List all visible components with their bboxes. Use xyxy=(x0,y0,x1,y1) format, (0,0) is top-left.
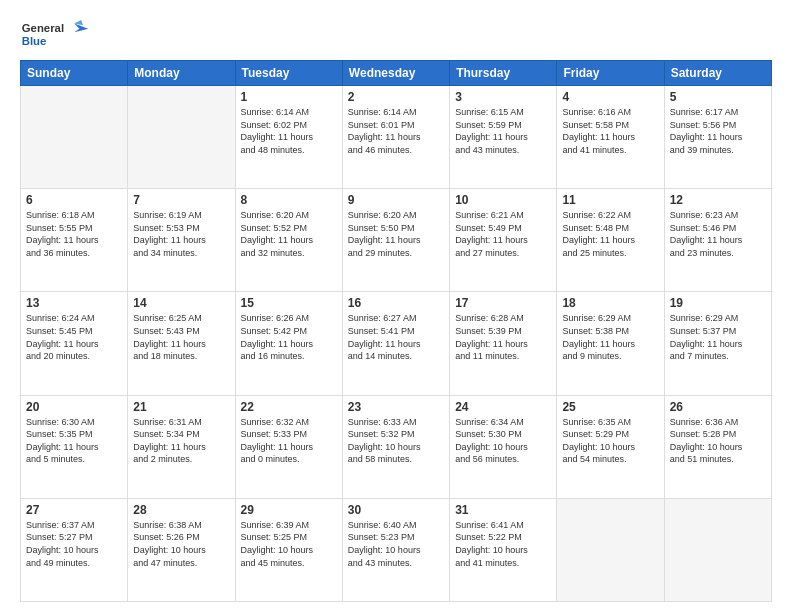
day-info: Sunrise: 6:38 AM Sunset: 5:26 PM Dayligh… xyxy=(133,519,229,569)
day-number: 8 xyxy=(241,193,337,207)
day-number: 4 xyxy=(562,90,658,104)
day-info: Sunrise: 6:19 AM Sunset: 5:53 PM Dayligh… xyxy=(133,209,229,259)
calendar-cell: 29Sunrise: 6:39 AM Sunset: 5:25 PM Dayli… xyxy=(235,498,342,601)
logo-icon: General Blue xyxy=(20,16,90,52)
day-number: 5 xyxy=(670,90,766,104)
day-number: 12 xyxy=(670,193,766,207)
day-number: 23 xyxy=(348,400,444,414)
day-number: 6 xyxy=(26,193,122,207)
calendar-week-2: 6Sunrise: 6:18 AM Sunset: 5:55 PM Daylig… xyxy=(21,189,772,292)
calendar-cell: 23Sunrise: 6:33 AM Sunset: 5:32 PM Dayli… xyxy=(342,395,449,498)
logo: General Blue xyxy=(20,16,90,52)
calendar-cell: 4Sunrise: 6:16 AM Sunset: 5:58 PM Daylig… xyxy=(557,86,664,189)
day-number: 3 xyxy=(455,90,551,104)
day-number: 22 xyxy=(241,400,337,414)
day-number: 29 xyxy=(241,503,337,517)
day-number: 13 xyxy=(26,296,122,310)
calendar-cell: 15Sunrise: 6:26 AM Sunset: 5:42 PM Dayli… xyxy=(235,292,342,395)
calendar-cell: 24Sunrise: 6:34 AM Sunset: 5:30 PM Dayli… xyxy=(450,395,557,498)
day-number: 2 xyxy=(348,90,444,104)
day-info: Sunrise: 6:27 AM Sunset: 5:41 PM Dayligh… xyxy=(348,312,444,362)
calendar-cell: 12Sunrise: 6:23 AM Sunset: 5:46 PM Dayli… xyxy=(664,189,771,292)
day-number: 9 xyxy=(348,193,444,207)
calendar-header-wednesday: Wednesday xyxy=(342,61,449,86)
day-number: 15 xyxy=(241,296,337,310)
day-info: Sunrise: 6:32 AM Sunset: 5:33 PM Dayligh… xyxy=(241,416,337,466)
calendar-week-1: 1Sunrise: 6:14 AM Sunset: 6:02 PM Daylig… xyxy=(21,86,772,189)
calendar-header-monday: Monday xyxy=(128,61,235,86)
day-number: 18 xyxy=(562,296,658,310)
day-info: Sunrise: 6:22 AM Sunset: 5:48 PM Dayligh… xyxy=(562,209,658,259)
calendar-cell: 31Sunrise: 6:41 AM Sunset: 5:22 PM Dayli… xyxy=(450,498,557,601)
day-info: Sunrise: 6:34 AM Sunset: 5:30 PM Dayligh… xyxy=(455,416,551,466)
day-info: Sunrise: 6:24 AM Sunset: 5:45 PM Dayligh… xyxy=(26,312,122,362)
calendar-cell: 28Sunrise: 6:38 AM Sunset: 5:26 PM Dayli… xyxy=(128,498,235,601)
day-number: 19 xyxy=(670,296,766,310)
calendar-cell: 30Sunrise: 6:40 AM Sunset: 5:23 PM Dayli… xyxy=(342,498,449,601)
calendar-cell: 3Sunrise: 6:15 AM Sunset: 5:59 PM Daylig… xyxy=(450,86,557,189)
calendar-cell: 17Sunrise: 6:28 AM Sunset: 5:39 PM Dayli… xyxy=(450,292,557,395)
day-number: 16 xyxy=(348,296,444,310)
calendar-cell: 10Sunrise: 6:21 AM Sunset: 5:49 PM Dayli… xyxy=(450,189,557,292)
calendar-header-saturday: Saturday xyxy=(664,61,771,86)
day-info: Sunrise: 6:25 AM Sunset: 5:43 PM Dayligh… xyxy=(133,312,229,362)
calendar-cell: 1Sunrise: 6:14 AM Sunset: 6:02 PM Daylig… xyxy=(235,86,342,189)
day-info: Sunrise: 6:17 AM Sunset: 5:56 PM Dayligh… xyxy=(670,106,766,156)
day-number: 24 xyxy=(455,400,551,414)
day-info: Sunrise: 6:37 AM Sunset: 5:27 PM Dayligh… xyxy=(26,519,122,569)
calendar-cell: 21Sunrise: 6:31 AM Sunset: 5:34 PM Dayli… xyxy=(128,395,235,498)
calendar-cell: 25Sunrise: 6:35 AM Sunset: 5:29 PM Dayli… xyxy=(557,395,664,498)
calendar-header-row: SundayMondayTuesdayWednesdayThursdayFrid… xyxy=(21,61,772,86)
page: General Blue SundayMondayTuesdayWednesda… xyxy=(0,0,792,612)
calendar-cell xyxy=(664,498,771,601)
header: General Blue xyxy=(20,16,772,52)
day-info: Sunrise: 6:15 AM Sunset: 5:59 PM Dayligh… xyxy=(455,106,551,156)
day-number: 10 xyxy=(455,193,551,207)
calendar-cell: 11Sunrise: 6:22 AM Sunset: 5:48 PM Dayli… xyxy=(557,189,664,292)
day-number: 27 xyxy=(26,503,122,517)
calendar-header-friday: Friday xyxy=(557,61,664,86)
calendar-cell: 6Sunrise: 6:18 AM Sunset: 5:55 PM Daylig… xyxy=(21,189,128,292)
calendar-cell xyxy=(128,86,235,189)
calendar-table: SundayMondayTuesdayWednesdayThursdayFrid… xyxy=(20,60,772,602)
calendar-week-5: 27Sunrise: 6:37 AM Sunset: 5:27 PM Dayli… xyxy=(21,498,772,601)
calendar-cell: 18Sunrise: 6:29 AM Sunset: 5:38 PM Dayli… xyxy=(557,292,664,395)
calendar-header-tuesday: Tuesday xyxy=(235,61,342,86)
svg-text:Blue: Blue xyxy=(22,35,47,47)
day-info: Sunrise: 6:20 AM Sunset: 5:52 PM Dayligh… xyxy=(241,209,337,259)
day-number: 7 xyxy=(133,193,229,207)
day-number: 21 xyxy=(133,400,229,414)
calendar-cell xyxy=(557,498,664,601)
day-number: 20 xyxy=(26,400,122,414)
day-info: Sunrise: 6:23 AM Sunset: 5:46 PM Dayligh… xyxy=(670,209,766,259)
day-number: 1 xyxy=(241,90,337,104)
day-info: Sunrise: 6:18 AM Sunset: 5:55 PM Dayligh… xyxy=(26,209,122,259)
day-number: 30 xyxy=(348,503,444,517)
day-info: Sunrise: 6:39 AM Sunset: 5:25 PM Dayligh… xyxy=(241,519,337,569)
day-info: Sunrise: 6:31 AM Sunset: 5:34 PM Dayligh… xyxy=(133,416,229,466)
day-info: Sunrise: 6:28 AM Sunset: 5:39 PM Dayligh… xyxy=(455,312,551,362)
day-info: Sunrise: 6:33 AM Sunset: 5:32 PM Dayligh… xyxy=(348,416,444,466)
day-info: Sunrise: 6:40 AM Sunset: 5:23 PM Dayligh… xyxy=(348,519,444,569)
day-number: 17 xyxy=(455,296,551,310)
calendar-cell: 2Sunrise: 6:14 AM Sunset: 6:01 PM Daylig… xyxy=(342,86,449,189)
calendar-week-4: 20Sunrise: 6:30 AM Sunset: 5:35 PM Dayli… xyxy=(21,395,772,498)
calendar-cell: 5Sunrise: 6:17 AM Sunset: 5:56 PM Daylig… xyxy=(664,86,771,189)
day-info: Sunrise: 6:21 AM Sunset: 5:49 PM Dayligh… xyxy=(455,209,551,259)
day-number: 31 xyxy=(455,503,551,517)
calendar-cell: 9Sunrise: 6:20 AM Sunset: 5:50 PM Daylig… xyxy=(342,189,449,292)
calendar-cell: 20Sunrise: 6:30 AM Sunset: 5:35 PM Dayli… xyxy=(21,395,128,498)
day-info: Sunrise: 6:14 AM Sunset: 6:02 PM Dayligh… xyxy=(241,106,337,156)
calendar-cell: 16Sunrise: 6:27 AM Sunset: 5:41 PM Dayli… xyxy=(342,292,449,395)
day-info: Sunrise: 6:35 AM Sunset: 5:29 PM Dayligh… xyxy=(562,416,658,466)
calendar-cell: 7Sunrise: 6:19 AM Sunset: 5:53 PM Daylig… xyxy=(128,189,235,292)
day-info: Sunrise: 6:16 AM Sunset: 5:58 PM Dayligh… xyxy=(562,106,658,156)
day-info: Sunrise: 6:29 AM Sunset: 5:38 PM Dayligh… xyxy=(562,312,658,362)
day-number: 28 xyxy=(133,503,229,517)
calendar-cell: 13Sunrise: 6:24 AM Sunset: 5:45 PM Dayli… xyxy=(21,292,128,395)
calendar-header-thursday: Thursday xyxy=(450,61,557,86)
calendar-header-sunday: Sunday xyxy=(21,61,128,86)
day-number: 11 xyxy=(562,193,658,207)
svg-text:General: General xyxy=(22,22,64,34)
day-info: Sunrise: 6:36 AM Sunset: 5:28 PM Dayligh… xyxy=(670,416,766,466)
